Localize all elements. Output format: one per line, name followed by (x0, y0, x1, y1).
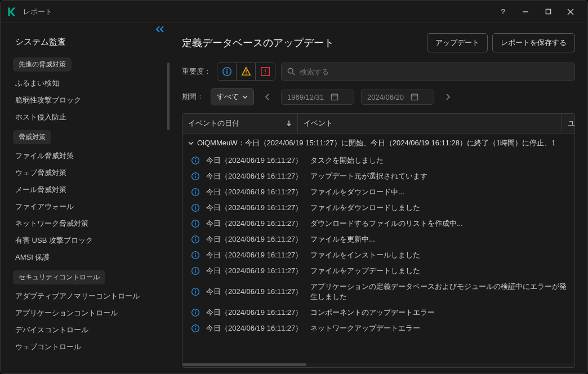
maximize-button[interactable] (537, 3, 559, 20)
svg-rect-34 (195, 207, 195, 210)
row-event: タスクを開始しました (310, 155, 569, 166)
svg-rect-40 (195, 239, 195, 241)
row-event: アップデート元が選択されています (310, 171, 569, 181)
row-date: 今日（2024/06/19 16:11:27） (206, 171, 305, 181)
svg-rect-7 (246, 70, 246, 73)
info-icon (190, 266, 201, 275)
sidebar-item[interactable]: ホスト侵入防止 (1, 109, 170, 126)
period-select[interactable]: すべて (211, 88, 254, 105)
save-report-button[interactable]: レポートを保存する (492, 33, 575, 52)
scrollbar-thumb[interactable] (182, 363, 306, 366)
sidebar-item[interactable]: 有害 USB 攻撃ブロック (1, 232, 170, 249)
row-date: 今日（2024/06/19 16:11:27） (206, 203, 305, 213)
info-icon (190, 219, 201, 228)
page-title: 定義データベースのアップデート (182, 36, 422, 50)
svg-rect-55 (195, 328, 195, 330)
svg-point-45 (195, 269, 196, 270)
sidebar-scrollbar[interactable] (167, 63, 170, 130)
row-event: ファイルをダウンロードしました (310, 203, 569, 213)
sidebar-item[interactable]: ふるまい検知 (1, 75, 170, 92)
sidebar-item[interactable]: ウェブコントロール (1, 339, 170, 355)
collapse-sidebar-icon[interactable] (155, 25, 165, 33)
sidebar-item[interactable]: アダプティブアノマリーコントロール (1, 288, 170, 305)
search-icon (287, 68, 295, 75)
table-row[interactable]: 今日（2024/06/19 16:11:27）コンポーネントのアップデートエラー (182, 305, 574, 320)
svg-point-12 (288, 68, 293, 73)
row-event: アプリケーションの定義データベースおよびモジュールの検証中にエラーが発生しました (310, 282, 569, 302)
date-prev-button[interactable] (261, 90, 274, 104)
horizontal-scrollbar[interactable] (182, 363, 574, 367)
table-row[interactable]: 今日（2024/06/19 16:11:27）ネットワークアップデートエラー (182, 320, 574, 336)
row-event: ファイルをダウンロード中... (310, 187, 569, 197)
minimize-button[interactable] (514, 3, 537, 20)
sidebar-item[interactable]: デバイスコントロール (1, 322, 170, 339)
row-date: 今日（2024/06/19 16:11:27） (206, 187, 305, 197)
row-event: ダウンロードするファイルのリストを作成中... (310, 219, 569, 229)
sidebar-item[interactable]: ファイアウォール (1, 198, 170, 215)
table-header: イベントの日付 イベント ユ (182, 114, 574, 133)
app-window: レポート ? システム監査 先進の脅威対策 ふるまい検知 脆弱性攻撃ブロック ホ… (0, 0, 588, 374)
svg-line-13 (292, 73, 295, 75)
sidebar-heading[interactable]: システム監査 (1, 32, 170, 53)
sidebar-item[interactable]: 脆弱性攻撃ブロック (1, 92, 170, 109)
svg-point-51 (195, 310, 196, 311)
date-next-button[interactable] (441, 90, 455, 104)
svg-point-24 (195, 158, 196, 159)
search-input[interactable] (300, 68, 569, 76)
svg-rect-25 (195, 160, 195, 162)
sidebar-item[interactable]: メール脅威対策 (1, 181, 170, 198)
titlebar: レポート ? (1, 1, 587, 23)
table-row[interactable]: 今日（2024/06/19 16:11:27）アップデート元が選択されています (182, 168, 574, 184)
svg-point-36 (195, 221, 196, 222)
filter-row: 重要度： (182, 63, 575, 81)
row-event: ネットワークアップデートエラー (310, 323, 569, 333)
sidebar-group-threat: 脅威対策 (13, 130, 51, 144)
date-from-input[interactable]: 1969/12/31 (281, 90, 354, 105)
app-logo-icon (6, 6, 17, 17)
svg-rect-10 (265, 69, 265, 72)
info-icon (190, 156, 201, 165)
svg-rect-6 (226, 71, 228, 74)
table-row[interactable]: 今日（2024/06/19 16:11:27）ファイルを更新中... (182, 231, 574, 247)
update-button[interactable]: アップデート (427, 33, 488, 52)
svg-point-42 (195, 253, 196, 254)
svg-rect-37 (195, 223, 195, 225)
table-row[interactable]: 今日（2024/06/19 16:11:27）タスクを開始しました (182, 153, 574, 168)
sidebar-item[interactable]: ファイル脅威対策 (1, 148, 170, 164)
svg-rect-43 (195, 255, 195, 257)
sidebar-item[interactable]: AMSI 保護 (1, 249, 170, 266)
table-row[interactable]: 今日（2024/06/19 16:11:27）ダウンロードするファイルのリストを… (182, 216, 574, 231)
column-date-label: イベントの日付 (188, 118, 239, 128)
help-button[interactable]: ? (492, 3, 514, 20)
table-row[interactable]: 今日（2024/06/19 16:11:27）ファイルをアップデートしました (182, 263, 574, 279)
table-row[interactable]: 今日（2024/06/19 16:11:27）アプリケーションの定義データベース… (182, 279, 574, 305)
svg-point-39 (195, 237, 196, 238)
column-event[interactable]: イベント (298, 114, 562, 133)
sidebar: システム監査 先進の脅威対策 ふるまい検知 脆弱性攻撃ブロック ホスト侵入防止 … (1, 23, 170, 373)
table-row[interactable]: 今日（2024/06/19 16:11:27）ファイルをダウンロード中... (182, 184, 574, 200)
table-row[interactable]: 今日（2024/06/19 16:11:27）ファイルをインストールしました (182, 247, 574, 263)
severity-critical-button[interactable] (256, 63, 275, 80)
column-date[interactable]: イベントの日付 (182, 114, 298, 133)
info-icon (190, 308, 201, 317)
severity-warning-button[interactable] (237, 63, 256, 80)
date-to-input[interactable]: 2024/06/20 (361, 90, 434, 105)
svg-rect-49 (195, 291, 195, 293)
info-icon (190, 172, 201, 181)
window-title: レポート (23, 7, 492, 17)
row-date: 今日（2024/06/19 16:11:27） (206, 266, 305, 276)
info-icon (190, 251, 201, 260)
row-date: 今日（2024/06/19 16:11:27） (206, 250, 305, 260)
svg-point-11 (265, 73, 266, 74)
severity-info-button[interactable] (217, 63, 237, 80)
sidebar-item[interactable]: ウェブ脅威対策 (1, 164, 170, 181)
table-row[interactable]: 今日（2024/06/19 16:11:27）ファイルをダウンロードしました (182, 200, 574, 216)
row-event: ファイルを更新中... (310, 234, 569, 244)
table-group-row[interactable]: OiQMMeuW：今日（2024/06/19 15:11:27）に開始、今日（2… (182, 133, 574, 153)
sidebar-item[interactable]: アプリケーションコントロール (1, 305, 170, 322)
sidebar-item[interactable]: ネットワーク脅威対策 (1, 215, 170, 232)
search-box[interactable] (281, 63, 575, 81)
close-button[interactable] (559, 3, 582, 20)
column-extra[interactable]: ユ (562, 114, 574, 133)
svg-point-54 (195, 326, 196, 327)
